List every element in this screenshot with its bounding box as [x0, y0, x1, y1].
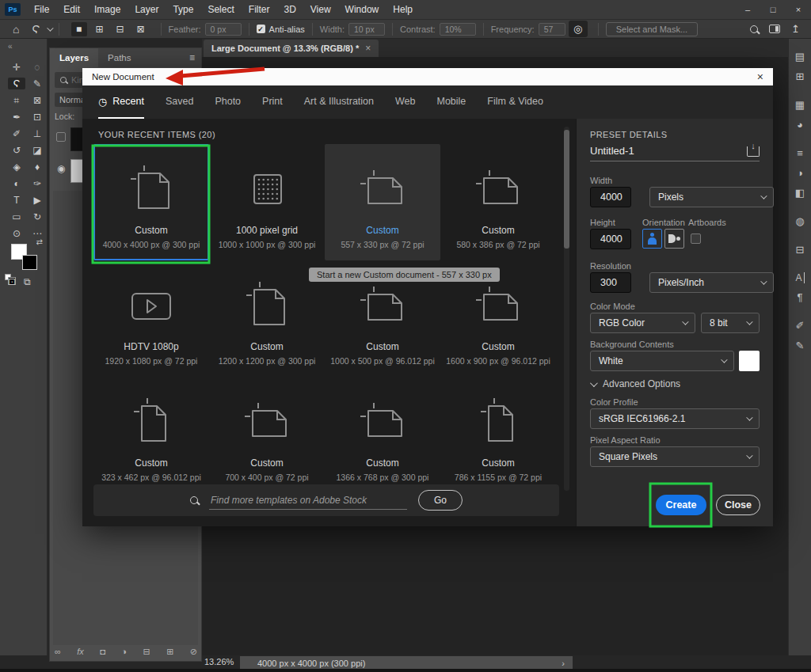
collapse-toolbar-icon[interactable]: «	[8, 42, 13, 51]
move-tool[interactable]: ✛	[8, 61, 25, 73]
save-preset-icon[interactable]: ↓	[747, 146, 760, 157]
artboards-checkbox[interactable]	[691, 233, 701, 244]
panel-paragraph[interactable]: ¶	[798, 291, 803, 303]
type-tool[interactable]: T	[8, 194, 25, 206]
tab-paths[interactable]: Paths	[98, 48, 140, 67]
antialias-checkbox[interactable]: ✓	[257, 25, 265, 33]
minimize-button[interactable]: –	[735, 0, 760, 19]
background-color-swatch[interactable]	[739, 351, 760, 371]
panel-character[interactable]: A	[795, 272, 804, 283]
stock-search-input[interactable]	[209, 492, 407, 510]
panel-menu-icon[interactable]: ≡	[183, 52, 201, 63]
patch-tool[interactable]: ⊡	[29, 111, 46, 123]
preset-card[interactable]: Custom700 x 400 px @ 72 ppi	[209, 377, 325, 493]
link-layers-icon[interactable]: ∞	[55, 647, 61, 657]
zoom-level[interactable]: 13.26%	[204, 657, 234, 666]
pen-tool[interactable]: ✑	[29, 177, 46, 189]
screen-mode-icon[interactable]: ⧉	[24, 276, 31, 287]
frequency-input[interactable]: 57	[539, 23, 565, 36]
chevron-down-icon[interactable]	[47, 25, 53, 31]
panel-patterns[interactable]: ⊞	[796, 70, 805, 82]
preset-card[interactable]: Custom323 x 462 px @ 96.012 ppi	[93, 377, 209, 493]
home-icon[interactable]: ⌂	[6, 23, 25, 36]
search-icon[interactable]	[750, 25, 758, 33]
dialog-tab-saved[interactable]: Saved	[166, 85, 193, 119]
width-unit-select[interactable]: Pixels	[649, 187, 774, 207]
marquee-tool[interactable]: ◌	[29, 61, 46, 73]
background-contents-select[interactable]: White	[590, 351, 734, 371]
layer-effects-icon[interactable]: fx	[77, 647, 84, 657]
feather-input[interactable]: 0 px	[205, 23, 242, 36]
width-input[interactable]: 10 px	[348, 23, 385, 36]
gradient-tool[interactable]: ◈	[8, 161, 25, 173]
preset-card[interactable]: Custom4000 x 4000 px @ 300 ppi	[93, 144, 209, 260]
dialog-tab-print[interactable]: Print	[262, 85, 283, 119]
preset-card[interactable]: Custom1366 x 768 px @ 300 ppi	[325, 377, 440, 493]
menu-image[interactable]: Image	[87, 0, 128, 19]
lasso-tool-preset-icon[interactable]: Ϛ	[25, 23, 46, 36]
new-selection-mode[interactable]: ■	[71, 22, 87, 36]
orientation-landscape-button[interactable]	[664, 229, 684, 249]
panel-swatches[interactable]: ▦	[795, 99, 805, 111]
close-button[interactable]: ×	[786, 0, 811, 19]
menu-select[interactable]: Select	[200, 0, 241, 19]
contrast-input[interactable]: 10%	[440, 23, 476, 36]
preset-card[interactable]: Custom786 x 1155 px @ 72 ppi	[440, 377, 556, 493]
menu-type[interactable]: Type	[166, 0, 200, 19]
rectangle-tool[interactable]: ▭	[8, 211, 25, 222]
chevron-right-icon[interactable]: ›	[562, 659, 565, 668]
close-button[interactable]: Close	[716, 495, 760, 515]
eraser-tool[interactable]: ◪	[29, 144, 46, 156]
intersect-selection-mode[interactable]: ⊠	[133, 22, 149, 36]
scrollbar[interactable]	[564, 127, 569, 491]
dialog-tab-art-illustration[interactable]: Art & Illustration	[304, 85, 374, 119]
panel-libraries[interactable]: ◧	[795, 187, 805, 199]
height-input[interactable]	[590, 229, 631, 249]
eyedropper-tool[interactable]: ✒	[8, 111, 25, 123]
share-icon[interactable]: ↥	[791, 23, 800, 35]
zoom-tool[interactable]: ⊙	[8, 227, 25, 239]
layer-group-icon[interactable]: ⊟	[143, 647, 150, 657]
history-brush-tool[interactable]: ↺	[8, 144, 25, 156]
go-button[interactable]: Go	[418, 490, 463, 511]
create-button[interactable]: Create	[656, 495, 706, 515]
preset-card[interactable]: 1000 pixel grid1000 x 1000 px @ 300 ppi	[209, 144, 325, 260]
close-tab-icon[interactable]: ×	[365, 43, 371, 54]
menu-3d[interactable]: 3D	[276, 0, 303, 19]
path-selection-tool[interactable]: ▶	[29, 194, 46, 206]
panel-fill[interactable]: ◑	[797, 167, 803, 179]
panel-brushes[interactable]: ✎	[796, 340, 805, 351]
color-profile-select[interactable]: sRGB IEC61966-2.1	[590, 408, 760, 429]
background-color-swatch[interactable]	[22, 255, 37, 270]
workspace-switcher-icon[interactable]	[769, 25, 780, 33]
panel-color[interactable]: ◕	[797, 119, 803, 131]
preset-card[interactable]: HDTV 1080p1920 x 1080 px @ 72 ppi	[93, 260, 209, 377]
dialog-tab-film-video[interactable]: Film & Video	[487, 85, 543, 119]
menu-file[interactable]: File	[27, 0, 56, 19]
panel-gradients[interactable]: ▤	[795, 51, 805, 63]
panel-3d[interactable]: ◍	[795, 215, 804, 227]
panel-adjustments[interactable]: ≡	[797, 147, 803, 159]
menu-filter[interactable]: Filter	[242, 0, 277, 19]
quick-mask-icon[interactable]: ⊡	[8, 276, 16, 287]
panel-brush-settings[interactable]: ✐	[796, 320, 805, 332]
dialog-tab-web[interactable]: Web	[395, 85, 415, 119]
preset-card[interactable]: Custom557 x 330 px @ 72 ppi	[325, 144, 440, 260]
brush-tool[interactable]: ✐	[8, 127, 25, 139]
menu-help[interactable]: Help	[386, 0, 420, 19]
clone-stamp-tool[interactable]: ⊥	[29, 127, 46, 139]
panel-clone-source[interactable]: ⊟	[796, 244, 805, 256]
maximize-button[interactable]: □	[760, 0, 786, 19]
preset-card[interactable]: Custom580 x 386 px @ 72 ppi	[440, 144, 556, 260]
adjustment-layer-icon[interactable]: ◑	[121, 647, 127, 657]
document-tab[interactable]: Large Document @ 13.3% (RGB/8) * ×	[204, 40, 379, 57]
dialog-tab-recent[interactable]: ◷Recent	[98, 85, 144, 119]
layer-mask-icon[interactable]: ◘	[100, 647, 105, 657]
preset-card[interactable]: Custom1200 x 1200 px @ 300 ppi	[209, 260, 325, 377]
layer-visibility-box[interactable]	[56, 132, 66, 142]
width-input[interactable]	[590, 187, 631, 207]
swap-colors-icon[interactable]: ⇄	[36, 237, 43, 246]
delete-layer-icon[interactable]: ⊘	[190, 647, 197, 657]
menu-layer[interactable]: Layer	[128, 0, 166, 19]
subtract-from-selection-mode[interactable]: ⊟	[112, 22, 128, 36]
